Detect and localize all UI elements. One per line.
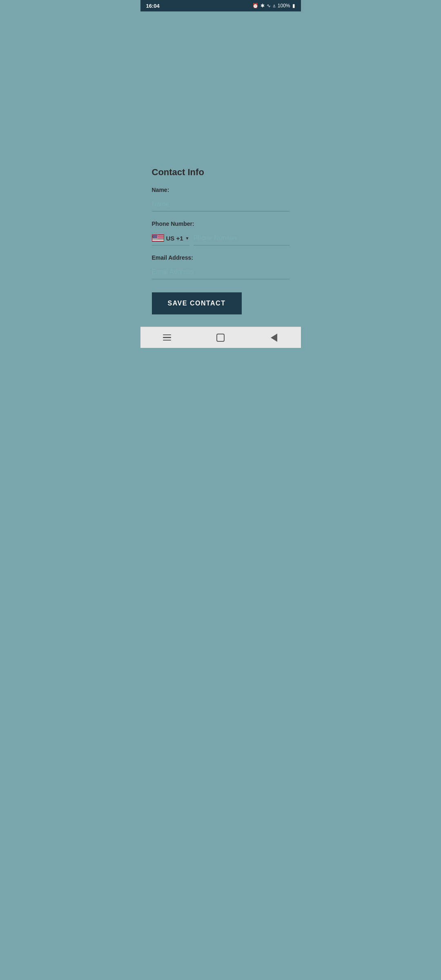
back-icon [271,334,277,342]
menu-icon [163,334,171,341]
status-bar: 16:04 ⏰ ✱ ∿ ⍋ 100% ▮ [140,0,301,11]
name-label: Name: [152,187,290,193]
country-dropdown-arrow[interactable]: ▼ [185,236,189,241]
email-input[interactable] [152,265,290,279]
contact-info-section: Contact Info Name: Phone Number: [152,167,290,327]
phone-row: ★★★★★★ ★★★★★ ★★★★★★ ★★★★★ US +1 ▼ [152,231,290,245]
signal-icon: ⍋ [273,3,276,9]
status-icons: ⏰ ✱ ∿ ⍋ 100% ▮ [252,3,295,9]
email-field-group: Email Address: [152,254,290,279]
email-label: Email Address: [152,254,290,261]
name-field-group: Name: [152,187,290,212]
phone-label: Phone Number: [152,220,290,227]
status-time: 16:04 [146,3,160,9]
flag-canton: ★★★★★★ ★★★★★ ★★★★★★ ★★★★★ [152,235,158,238]
name-input[interactable] [152,197,290,212]
home-nav-button[interactable] [212,329,229,347]
home-icon [216,334,225,342]
section-title: Contact Info [152,167,290,178]
back-nav-button[interactable] [265,329,283,347]
top-spacer [152,11,290,167]
nav-bar [140,327,301,348]
wifi-icon: ∿ [267,3,271,9]
phone-field-group: Phone Number: [152,220,290,245]
main-content: Contact Info Name: Phone Number: [140,11,301,327]
battery-icon: ▮ [292,3,295,9]
phone-input[interactable] [194,231,290,245]
country-selector[interactable]: ★★★★★★ ★★★★★ ★★★★★★ ★★★★★ US +1 ▼ [152,231,189,245]
bluetooth-icon: ✱ [261,3,265,9]
battery-label: 100% [278,3,290,9]
us-flag-icon: ★★★★★★ ★★★★★ ★★★★★★ ★★★★★ [152,234,164,242]
menu-nav-button[interactable] [158,329,176,347]
save-contact-button[interactable]: SAVE CONTACT [152,292,242,314]
country-code: US +1 [166,235,183,242]
alarm-icon: ⏰ [252,3,258,9]
